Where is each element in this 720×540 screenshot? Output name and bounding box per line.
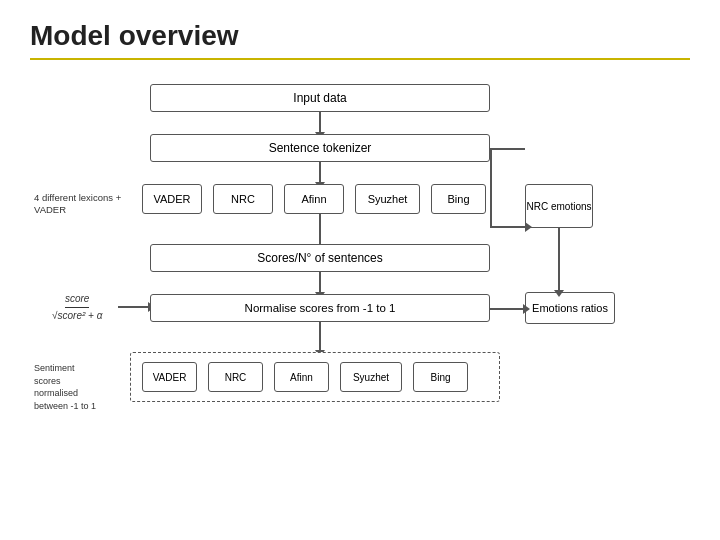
box-normalise: Normalise scores from -1 to 1 — [150, 294, 490, 322]
formula-denominator: √score² + α — [52, 308, 102, 323]
box-emotions-ratios: Emotions ratios — [525, 292, 615, 324]
box-nrc-emotions: NRC emotions — [525, 184, 593, 228]
box-afinn: Afinn — [284, 184, 344, 214]
box-sentence-tokenizer: Sentence tokenizer — [150, 134, 490, 162]
arrow-nrc-h — [490, 148, 525, 150]
arrow-nrc-right — [490, 226, 527, 228]
page: Model overview Input data Sentence token… — [0, 0, 720, 540]
arrow-formula-to-normalise — [118, 306, 150, 308]
title-divider — [30, 58, 690, 60]
arrow-scores-to-normalise — [319, 272, 321, 294]
box-nrc2: NRC — [208, 362, 263, 392]
label-sentiment-scores: Sentiment scores normalised between -1 t… — [34, 362, 124, 413]
box-vader: VADER — [142, 184, 202, 214]
box-bing2: Bing — [413, 362, 468, 392]
page-title: Model overview — [30, 20, 690, 52]
arrow-to-nrc-emotions — [490, 148, 492, 228]
arrow-normalise-to-bottom — [319, 322, 321, 352]
formula-fraction: score √score² + α — [52, 292, 102, 323]
label-four-lexicons: 4 different lexicons + VADER — [34, 192, 124, 217]
box-scores: Scores/N° of sentences — [150, 244, 490, 272]
formula-display: score √score² + α — [52, 292, 102, 323]
box-nrc: NRC — [213, 184, 273, 214]
box-input-data: Input data — [150, 84, 490, 112]
arrow-normalise-to-emotions — [490, 308, 525, 310]
arrow-tokenizer-to-lexicons — [319, 162, 321, 184]
box-syuzhet: Syuzhet — [355, 184, 420, 214]
arrow-lexicons-down — [319, 214, 321, 244]
box-vader2: VADER — [142, 362, 197, 392]
arrow-nrc-emotions-down — [558, 228, 560, 292]
box-syuzhet2: Syuzhet — [340, 362, 402, 392]
box-afinn2: Afinn — [274, 362, 329, 392]
formula-numerator: score — [65, 292, 89, 308]
arrow-input-to-tokenizer — [319, 112, 321, 134]
box-bing: Bing — [431, 184, 486, 214]
diagram-area: Input data Sentence tokenizer 4 differen… — [30, 74, 690, 514]
